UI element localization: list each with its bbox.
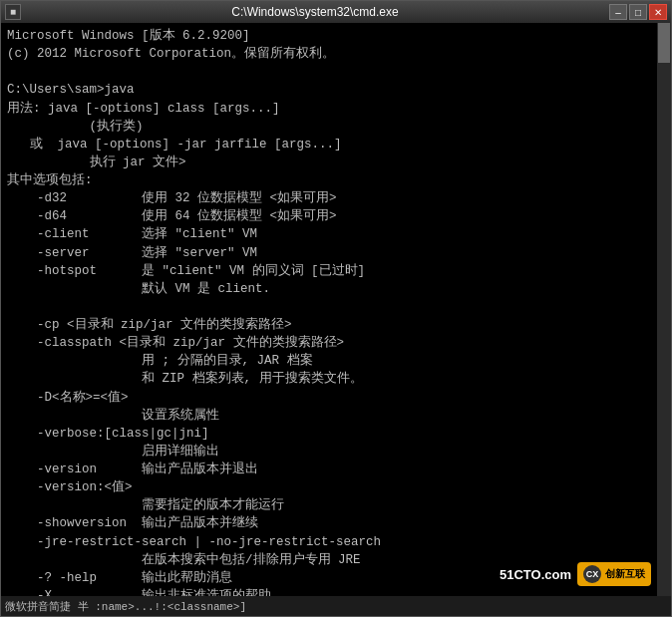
title-bar: ■ C:\Windows\system32\cmd.exe – □ ✕ [1, 1, 671, 23]
scrollbar-thumb[interactable] [658, 23, 670, 63]
pinyin-text: 微软拼音简捷 半 :name>...!:<classname>] [5, 599, 246, 614]
logo-icon: CX [583, 565, 601, 583]
title-bar-left: ■ [5, 4, 21, 20]
window-icon: ■ [5, 4, 21, 20]
window-title: C:\Windows\system32\cmd.exe [21, 5, 609, 19]
maximize-button[interactable]: □ [629, 4, 647, 20]
console-output: Microsoft Windows [版本 6.2.9200] (c) 2012… [7, 27, 665, 596]
watermark-site: 51CTO.com [500, 567, 571, 582]
pinyin-bar: 微软拼音简捷 半 :name>...!:<classname>] [1, 596, 671, 616]
watermark-logo: CX 创新互联 [577, 562, 651, 586]
watermark: 51CTO.com CX 创新互联 [500, 562, 651, 586]
scrollbar[interactable] [657, 23, 671, 596]
cmd-window: ■ C:\Windows\system32\cmd.exe – □ ✕ Micr… [0, 0, 672, 617]
title-bar-buttons: – □ ✕ [609, 4, 667, 20]
console-body: Microsoft Windows [版本 6.2.9200] (c) 2012… [1, 23, 671, 596]
minimize-button[interactable]: – [609, 4, 627, 20]
logo-text: 创新互联 [605, 567, 645, 581]
close-button[interactable]: ✕ [649, 4, 667, 20]
